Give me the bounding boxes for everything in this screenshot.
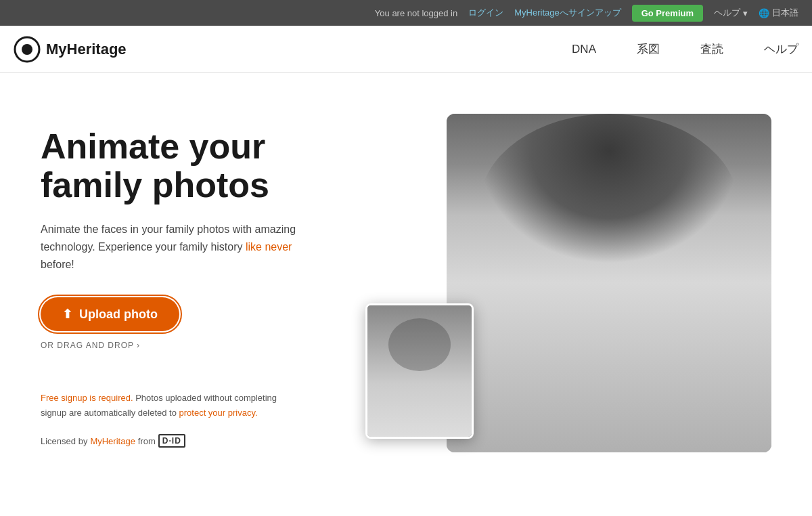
help-menu[interactable]: ヘルプ ▾ (714, 7, 748, 19)
nav-item-dna[interactable]: DNA (572, 43, 596, 56)
chevron-down-icon: ▾ (743, 8, 748, 18)
logo-link[interactable]: MyHeritage (14, 36, 127, 63)
main-nav: MyHeritage DNA 系図 査読 ヘルプ (0, 26, 812, 73)
main-photo (447, 114, 771, 452)
nav-item-help[interactable]: ヘルプ (764, 41, 798, 57)
not-logged-text: You are not logged in (375, 8, 457, 18)
upload-photo-button[interactable]: ⬆ Upload photo (41, 297, 179, 331)
nav-items: DNA 系図 査読 ヘルプ (572, 41, 798, 57)
upload-button-label: Upload photo (79, 307, 158, 322)
top-bar: You are not logged in ログイン MyHeritageへサイ… (0, 0, 812, 26)
hero-subtitle: Animate the faces in your family photos … (41, 221, 298, 273)
thumbnail-image (367, 305, 472, 437)
lang-label: 日本語 (772, 7, 798, 19)
hero-title: Animate your family photos (41, 127, 325, 205)
like-link[interactable]: like (246, 241, 262, 253)
main-photo-inner (447, 114, 771, 452)
nav-item-sadoku[interactable]: 査読 (700, 41, 723, 57)
licensed-by-text: Licensed by (41, 436, 87, 446)
drag-drop-text: OR DRAG AND DROP (41, 341, 134, 350)
licensed-by: Licensed by MyHeritage from D·ID (41, 434, 325, 448)
protect-link[interactable]: protect your privacy. (179, 408, 258, 418)
did-logo: D·ID (158, 434, 185, 448)
from-text: from (138, 436, 156, 446)
help-label: ヘルプ (714, 7, 740, 19)
language-menu[interactable]: 🌐 日本語 (759, 7, 798, 19)
upload-icon: ⬆ (62, 307, 72, 322)
premium-button[interactable]: Go Premium (632, 5, 703, 22)
nav-item-keizu[interactable]: 系図 (637, 41, 660, 57)
free-signup-link[interactable]: Free signup is required. (41, 393, 133, 403)
main-content: Animate your family photos Animate the f… (0, 73, 812, 493)
never-link[interactable]: never (265, 241, 292, 253)
thumbnail-photo (365, 303, 474, 439)
svg-point-1 (22, 44, 32, 55)
signup-link[interactable]: MyHeritageへサインアップ (514, 7, 621, 19)
logo-text: MyHeritage (46, 41, 127, 58)
drag-drop-hint: OR DRAG AND DROP › (41, 341, 325, 350)
logo-icon (14, 36, 41, 63)
chevron-right-icon: › (137, 341, 140, 350)
right-column (352, 114, 771, 466)
myheritage-licensed-link[interactable]: MyHeritage (90, 436, 135, 446)
left-column: Animate your family photos Animate the f… (41, 114, 325, 448)
portrait-image (447, 114, 771, 452)
login-link[interactable]: ログイン (468, 7, 503, 19)
globe-icon: 🌐 (759, 8, 769, 18)
free-signup-note: Free signup is required. Photos uploaded… (41, 391, 298, 421)
thumb-image (367, 305, 472, 437)
